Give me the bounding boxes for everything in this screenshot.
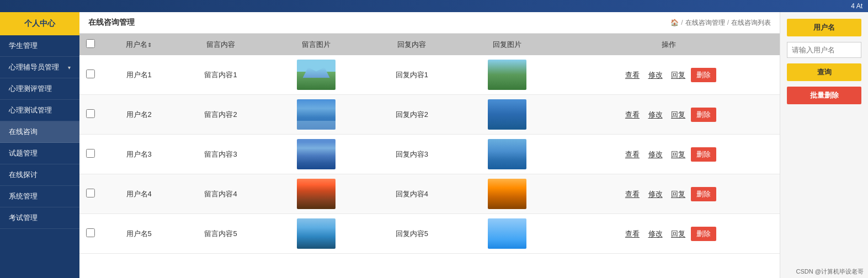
col-message: 留言内容 bbox=[176, 34, 265, 55]
cell-message-5: 留言内容5 bbox=[176, 214, 265, 254]
cell-reply-img-3 bbox=[456, 135, 558, 174]
cell-msg-img-5 bbox=[265, 214, 368, 254]
col-reply-img: 回复图片 bbox=[456, 34, 558, 55]
sidebar-item-test-mgmt[interactable]: 心理测试管理 bbox=[0, 100, 79, 121]
sidebar-item-label: 考试管理 bbox=[9, 213, 38, 223]
home-icon: 🏠 bbox=[670, 19, 679, 26]
cell-message-2: 留言内容2 bbox=[176, 95, 265, 135]
edit-button-5[interactable]: 修改 bbox=[645, 227, 666, 240]
reply-button-4[interactable]: 回复 bbox=[668, 188, 689, 201]
cell-msg-img-3 bbox=[265, 135, 368, 174]
view-button-2[interactable]: 查看 bbox=[622, 108, 643, 121]
delete-button-1[interactable]: 删除 bbox=[691, 68, 716, 82]
page-header: 在线咨询管理 🏠 / 在线咨询管理 / 在线咨询列表 bbox=[79, 12, 780, 34]
reply-button-2[interactable]: 回复 bbox=[668, 108, 689, 121]
breadcrumb: 🏠 / 在线咨询管理 / 在线咨询列表 bbox=[670, 18, 771, 28]
col-action: 操作 bbox=[558, 34, 780, 55]
view-button-1[interactable]: 查看 bbox=[622, 68, 643, 82]
view-button-4[interactable]: 查看 bbox=[622, 188, 643, 201]
sidebar-item-label: 心理测评管理 bbox=[9, 84, 52, 94]
cell-reply-1: 回复内容1 bbox=[367, 55, 456, 95]
batch-delete-button[interactable]: 批量删除 bbox=[787, 87, 861, 104]
cell-reply-2: 回复内容2 bbox=[367, 95, 456, 135]
sidebar-item-assessment[interactable]: 心理测评管理 bbox=[0, 78, 79, 100]
edit-button-2[interactable]: 修改 bbox=[645, 108, 666, 121]
cell-actions-4: 查看 修改 回复 删除 bbox=[558, 174, 780, 214]
cell-msg-img-1 bbox=[265, 55, 368, 95]
view-button-3[interactable]: 查看 bbox=[622, 148, 643, 161]
row-checkbox-3[interactable] bbox=[86, 149, 95, 158]
cell-reply-img-1 bbox=[456, 55, 558, 95]
reply-button-5[interactable]: 回复 bbox=[668, 227, 689, 240]
table-row: 用户名4 留言内容4 回复内容4 查看 修改 回复 删除 bbox=[79, 174, 780, 214]
cell-actions-3: 查看 修改 回复 删除 bbox=[558, 135, 780, 174]
table-container: 用户名⇕ 留言内容 留言图片 回复内容 回复图片 操作 用户名1 留言内容1 回… bbox=[79, 34, 780, 278]
cell-reply-img-4 bbox=[456, 174, 558, 214]
delete-button-5[interactable]: 删除 bbox=[691, 227, 716, 241]
row-checkbox-4[interactable] bbox=[86, 189, 95, 197]
cell-msg-img-2 bbox=[265, 95, 368, 135]
cell-reply-img-5 bbox=[456, 214, 558, 254]
reply-button-3[interactable]: 回复 bbox=[668, 148, 689, 161]
cell-username-1: 用户名1 bbox=[102, 55, 176, 95]
chevron-down-icon: ▾ bbox=[68, 65, 71, 71]
delete-button-4[interactable]: 删除 bbox=[691, 187, 716, 201]
cell-msg-img-4 bbox=[265, 174, 368, 214]
view-button-5[interactable]: 查看 bbox=[622, 227, 643, 240]
cell-actions-1: 查看 修改 回复 删除 bbox=[558, 55, 780, 95]
sidebar-item-counselor[interactable]: 心理辅导员管理 ▾ bbox=[0, 57, 79, 78]
cell-reply-4: 回复内容4 bbox=[367, 174, 456, 214]
sidebar-item-label: 试题管理 bbox=[9, 148, 38, 158]
cell-reply-5: 回复内容5 bbox=[367, 214, 456, 254]
cell-message-3: 留言内容3 bbox=[176, 135, 265, 174]
row-checkbox-5[interactable] bbox=[86, 228, 95, 237]
cell-username-3: 用户名3 bbox=[102, 135, 176, 174]
sidebar-item-system[interactable]: 系统管理 bbox=[0, 186, 79, 207]
sidebar-item-exam[interactable]: 考试管理 bbox=[0, 207, 79, 229]
sidebar-item-question-mgmt[interactable]: 试题管理 bbox=[0, 143, 79, 164]
sidebar-header: 个人中心 bbox=[0, 12, 79, 35]
topbar-text: 4 At bbox=[851, 2, 862, 10]
cell-username-4: 用户名4 bbox=[102, 174, 176, 214]
sidebar-item-label: 心理测试管理 bbox=[9, 105, 52, 115]
cell-actions-2: 查看 修改 回复 删除 bbox=[558, 95, 780, 135]
right-panel: 用户名 查询 批量删除 bbox=[780, 12, 868, 278]
edit-button-3[interactable]: 修改 bbox=[645, 148, 666, 161]
sidebar-item-label: 心理辅导员管理 bbox=[9, 62, 59, 72]
page-title: 在线咨询管理 bbox=[88, 18, 135, 28]
sidebar-item-label: 学生管理 bbox=[9, 41, 38, 51]
select-all-checkbox[interactable] bbox=[86, 39, 95, 48]
col-msg-img: 留言图片 bbox=[265, 34, 368, 55]
delete-button-2[interactable]: 删除 bbox=[691, 108, 716, 122]
edit-button-1[interactable]: 修改 bbox=[645, 68, 666, 82]
cell-message-4: 留言内容4 bbox=[176, 174, 265, 214]
edit-button-4[interactable]: 修改 bbox=[645, 188, 666, 201]
sidebar-item-label: 系统管理 bbox=[9, 191, 38, 201]
row-checkbox-2[interactable] bbox=[86, 109, 95, 118]
sidebar-item-online-discuss[interactable]: 在线探讨 bbox=[0, 164, 79, 186]
footer-note: CSDN @计算机毕设老哥 bbox=[796, 268, 864, 276]
cell-reply-3: 回复内容3 bbox=[367, 135, 456, 174]
delete-button-3[interactable]: 删除 bbox=[691, 147, 716, 162]
query-button[interactable]: 查询 bbox=[787, 63, 861, 81]
sidebar-item-online-consult[interactable]: 在线咨询 bbox=[0, 121, 79, 143]
cell-actions-5: 查看 修改 回复 删除 bbox=[558, 214, 780, 254]
sidebar-item-student[interactable]: 学生管理 bbox=[0, 35, 79, 57]
table-row: 用户名2 留言内容2 回复内容2 查看 修改 回复 删除 bbox=[79, 95, 780, 135]
cell-username-5: 用户名5 bbox=[102, 214, 176, 254]
cell-reply-img-2 bbox=[456, 95, 558, 135]
table-row: 用户名3 留言内容3 回复内容3 查看 修改 回复 删除 bbox=[79, 135, 780, 174]
username-input[interactable] bbox=[787, 42, 861, 58]
col-username: 用户名⇕ bbox=[102, 34, 176, 55]
reply-button-1[interactable]: 回复 bbox=[668, 68, 689, 82]
data-table: 用户名⇕ 留言内容 留言图片 回复内容 回复图片 操作 用户名1 留言内容1 回… bbox=[79, 34, 780, 254]
username-label-button[interactable]: 用户名 bbox=[787, 19, 861, 36]
row-checkbox-1[interactable] bbox=[86, 70, 95, 78]
sidebar-item-label: 在线探讨 bbox=[9, 170, 38, 180]
sort-icon: ⇕ bbox=[147, 42, 152, 48]
table-row: 用户名1 留言内容1 回复内容1 查看 修改 回复 删除 bbox=[79, 55, 780, 95]
cell-username-2: 用户名2 bbox=[102, 95, 176, 135]
sidebar: 个人中心 学生管理 心理辅导员管理 ▾ 心理测评管理 心理测试管理 在线咨询 试… bbox=[0, 12, 79, 278]
main-content: 在线咨询管理 🏠 / 在线咨询管理 / 在线咨询列表 用户名⇕ bbox=[79, 12, 780, 278]
sidebar-item-label: 在线咨询 bbox=[9, 127, 38, 137]
